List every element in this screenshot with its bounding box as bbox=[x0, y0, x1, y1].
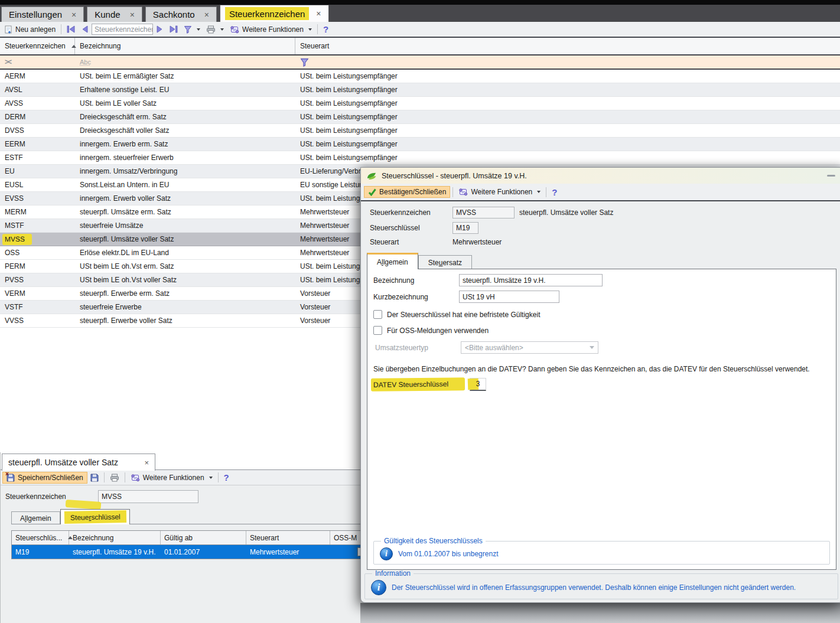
toolbar-separator bbox=[452, 187, 453, 197]
column-label: Steuerkennzeichen bbox=[5, 42, 66, 50]
table-row[interactable]: AVSSUSt. beim LE voller SatzUSt. beim Le… bbox=[0, 97, 840, 110]
tab-steuerkennzeichen[interactable]: Steuerkennzeichen × bbox=[220, 5, 329, 22]
column-header-steuerart[interactable]: Steuerart bbox=[246, 531, 330, 544]
tab-label: Kunde bbox=[95, 9, 120, 19]
cell-code: ESTF bbox=[0, 154, 75, 162]
chevron-down-icon bbox=[197, 28, 200, 31]
column-header-gueltig-ab[interactable]: Gültig ab bbox=[161, 531, 246, 544]
umsatzsteuertyp-row: Umsatzsteuertyp <Bitte auswählen> bbox=[373, 341, 830, 354]
filter-cell-bezeichnung[interactable]: Abc bbox=[75, 56, 295, 69]
column-label: Bezeichnung bbox=[73, 534, 113, 542]
abc-filter-icon: Abc bbox=[80, 58, 91, 66]
column-header-bezeichnung[interactable]: Bezeichnung bbox=[75, 38, 295, 54]
cell-bezeichnung: innergem. Umsatz/Verbringung bbox=[75, 167, 295, 175]
confirm-close-button[interactable]: Bestätigen/Schließen bbox=[364, 186, 450, 198]
save-button[interactable] bbox=[87, 472, 102, 483]
kurzbezeichnung-input[interactable]: USt 19 vH bbox=[459, 291, 559, 303]
toolbar-separator bbox=[317, 24, 318, 34]
toolbar-separator bbox=[104, 472, 105, 482]
dialog-title-bar[interactable]: Steuerschlüssel - steuerpfl. Umsätze 19 … bbox=[361, 168, 840, 184]
steuerkennzeichen-input[interactable]: MVSS bbox=[98, 490, 198, 503]
help-button[interactable]: ? bbox=[320, 23, 331, 35]
cell-code: OSS bbox=[0, 249, 75, 257]
more-functions-button[interactable]: Weitere Funktionen bbox=[128, 472, 216, 483]
column-label: Gültig ab bbox=[164, 534, 193, 542]
tab-einstellungen[interactable]: Einstellungen × bbox=[1, 6, 84, 22]
tab-steuersatz[interactable]: Steuersatz bbox=[418, 255, 472, 269]
nav-previous-button[interactable] bbox=[79, 24, 92, 34]
steuerschluessel-value: M19 bbox=[456, 224, 470, 232]
close-icon[interactable]: × bbox=[130, 10, 135, 19]
confirm-close-label: Bestätigen/Schließen bbox=[379, 188, 446, 196]
cell-code: AVSS bbox=[0, 99, 75, 107]
application-window: Einstellungen × Kunde × Sachkonto × Steu… bbox=[0, 0, 840, 623]
tab-steuerschluessel[interactable]: Steuerschlüssel bbox=[60, 509, 131, 524]
chevron-down-icon bbox=[590, 346, 594, 349]
bezeichnung-row: Bezeichnung steuerpfl. Umsätze 19 v.H. bbox=[373, 274, 830, 286]
close-icon[interactable]: × bbox=[144, 458, 149, 467]
steuerschluessel-input[interactable]: M19 bbox=[452, 222, 478, 234]
help-button[interactable]: ? bbox=[221, 471, 232, 484]
table-row[interactable]: ESTFinnergem. steuerfreier ErwerbUSt. be… bbox=[0, 151, 840, 165]
nav-next-button[interactable] bbox=[153, 24, 166, 34]
column-header-steuerschluessel[interactable]: Steuerschlüs... bbox=[12, 531, 69, 544]
save-close-icon: × bbox=[6, 474, 15, 482]
column-header-steuerkennzeichen[interactable]: Steuerkennzeichen bbox=[0, 38, 75, 54]
table-row[interactable]: EERMinnergem. Erwerb erm. SatzUSt. beim … bbox=[0, 138, 840, 151]
tab-allgemein[interactable]: Allgemein bbox=[367, 253, 418, 269]
cell-code: VVSS bbox=[0, 317, 75, 325]
filter-cell-code[interactable]: >< bbox=[0, 56, 75, 69]
filter-cell-steuerart[interactable] bbox=[295, 56, 840, 69]
print-button[interactable] bbox=[107, 472, 122, 483]
cell-code: MERM bbox=[0, 208, 75, 216]
tab-allgemein[interactable]: Allgemein bbox=[11, 511, 60, 524]
table-row[interactable]: AVSLErhaltene sonstige Leist. EUUSt. bei… bbox=[0, 83, 840, 97]
dialog-shadow bbox=[360, 603, 840, 623]
quick-search-input[interactable]: Steuerkennzeichen bbox=[92, 24, 153, 35]
scroll-icon bbox=[230, 25, 239, 34]
tab-sachkonto[interactable]: Sachkonto × bbox=[145, 6, 217, 22]
cell-bezeichnung: steuerpfl. Umsätze voller Satz bbox=[75, 235, 295, 243]
bezeichnung-input[interactable]: steuerpfl. Umsätze 19 v.H. bbox=[459, 274, 603, 286]
cell-bezeichnung: Erlöse elektr.DL im EU-Land bbox=[75, 249, 295, 257]
table-row[interactable]: AERMUSt. beim LE ermäßigter SatzUSt. bei… bbox=[0, 70, 840, 83]
table-row[interactable]: DVSSDreiecksgeschäft voller SatzUSt. bei… bbox=[0, 124, 840, 138]
filter-button[interactable] bbox=[181, 24, 203, 35]
print-button[interactable] bbox=[203, 24, 227, 35]
new-record-button[interactable]: Neu anlegen bbox=[2, 24, 58, 35]
toolbar-separator bbox=[125, 472, 125, 482]
nav-last-button[interactable] bbox=[166, 24, 181, 34]
table-row[interactable]: DERMDreiecksgeschäft erm. SatzUSt. beim … bbox=[0, 110, 840, 124]
main-tab-bar: Einstellungen × Kunde × Sachkonto × Steu… bbox=[0, 5, 840, 22]
close-icon[interactable]: × bbox=[71, 10, 76, 19]
cell-steuerart: USt. beim Leistungsempfänger bbox=[295, 126, 840, 135]
scroll-icon bbox=[131, 474, 140, 482]
cell-bezeichnung: Sonst.Leist.an Untern. in EU bbox=[75, 181, 295, 189]
cell-bezeichnung: innergem. Erwerb erm. Satz bbox=[75, 140, 295, 148]
save-close-button[interactable]: × Speichern/Schließen bbox=[2, 472, 87, 484]
cell-code: MVSS bbox=[0, 234, 75, 245]
nav-first-button[interactable] bbox=[64, 24, 79, 34]
checkbox-unchecked[interactable] bbox=[373, 326, 382, 335]
umsatzsteuertyp-select[interactable]: <Bitte auswählen> bbox=[461, 341, 598, 354]
detail-tab-label: steuerpfl. Umsätze voller Satz bbox=[8, 458, 118, 467]
detail-tab-steuerpfl-umsaetze[interactable]: steuerpfl. Umsätze voller Satz × bbox=[2, 454, 155, 471]
minimize-button[interactable] bbox=[827, 175, 835, 177]
column-header-bezeichnung[interactable]: Bezeichnung bbox=[69, 531, 161, 544]
chevron-down-icon bbox=[220, 28, 224, 31]
cell-code: EERM bbox=[0, 140, 75, 148]
cell-code: M19 bbox=[12, 548, 69, 556]
help-button[interactable]: ? bbox=[549, 186, 560, 198]
close-icon[interactable]: × bbox=[316, 9, 321, 18]
more-functions-button[interactable]: Weitere Funktionen bbox=[455, 187, 543, 197]
checkbox-unchecked[interactable] bbox=[373, 310, 382, 319]
cell-bezeichnung: steuerpfl. Umsätze erm. Satz bbox=[75, 208, 295, 216]
steuerkennzeichen-input[interactable]: MVSS bbox=[452, 207, 515, 218]
tab-kunde[interactable]: Kunde × bbox=[87, 6, 142, 22]
close-icon[interactable]: × bbox=[204, 10, 209, 19]
detail-subtabs: Allgemein Steuerschlüssel bbox=[11, 509, 130, 524]
datev-input[interactable]: 3 bbox=[470, 378, 486, 391]
more-functions-button[interactable]: Weitere Funktionen bbox=[227, 24, 315, 35]
cell-code: EU bbox=[0, 167, 75, 175]
column-header-steuerart[interactable]: Steuerart bbox=[295, 38, 840, 54]
